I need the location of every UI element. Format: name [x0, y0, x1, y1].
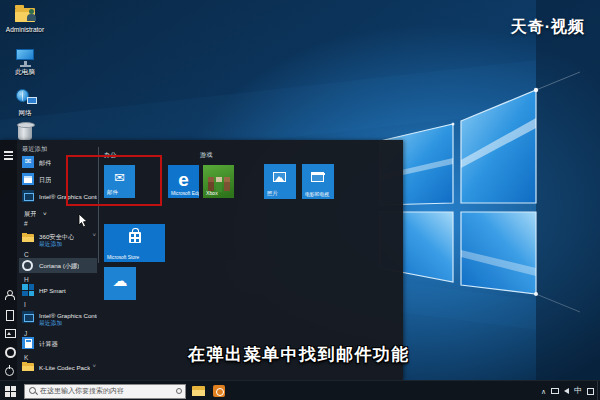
photos-icon: [273, 172, 286, 182]
intel-graphics-icon: [22, 190, 34, 202]
calculator-icon: [22, 337, 34, 349]
tile-microsoft-store[interactable]: Microsoft Store: [104, 224, 165, 262]
highlight-rectangle: [66, 155, 162, 206]
edge-icon: e: [168, 169, 199, 191]
chevron-down-icon: ˅: [43, 210, 47, 217]
chevron-down-icon[interactable]: ˅: [92, 363, 96, 369]
movies-tv-icon: [311, 172, 324, 182]
app-list-item-intel[interactable]: Intel® Graphics Control Panel 最近添加: [19, 308, 97, 328]
section-letter[interactable]: #: [24, 220, 28, 227]
settings-gear-icon[interactable]: [4, 346, 14, 356]
store-bag-icon: [129, 232, 141, 243]
tile-movies-tv[interactable]: 电影和电视: [302, 164, 334, 199]
watermark: 天奇·视频: [511, 17, 585, 38]
mic-icon[interactable]: [176, 388, 182, 394]
calendar-icon: [22, 173, 34, 185]
tile-onedrive[interactable]: ☁: [104, 267, 136, 300]
screen: 天奇·视频 Administrator 此电脑 网络 回收站 最近添加 ✉: [0, 0, 600, 400]
system-tray: ∧ 中: [541, 381, 594, 400]
app-list-item-360[interactable]: 360安全中心 最近添加 ˅: [19, 229, 97, 249]
power-icon[interactable]: [4, 365, 14, 375]
start-menu-rail: [0, 140, 17, 380]
pinned-app-icon[interactable]: [213, 385, 225, 397]
app-list-item-calculator[interactable]: 计算器: [19, 336, 97, 351]
desktop-icon-network[interactable]: 网络: [2, 88, 48, 118]
user-folder-icon: [13, 5, 37, 25]
desktop-icon-user-folder[interactable]: Administrator: [2, 5, 48, 33]
tile-microsoft-edge[interactable]: e Microsoft Edge: [168, 165, 199, 198]
file-explorer-icon[interactable]: [192, 386, 205, 396]
desktop-icon-label: Administrator: [2, 26, 48, 33]
folder-icon: [22, 232, 34, 244]
intel-graphics-icon: [22, 311, 34, 323]
minecraft-art: [208, 177, 214, 191]
mail-icon: ✉: [22, 156, 34, 168]
action-center-icon[interactable]: [587, 388, 594, 395]
folder-icon: [22, 361, 34, 373]
tray-volume-icon[interactable]: [564, 388, 569, 394]
start-button[interactable]: [5, 386, 16, 397]
network-icon: [13, 88, 37, 108]
cortana-icon: [22, 259, 34, 271]
hamburger-menu-icon[interactable]: [4, 151, 14, 161]
search-placeholder-text: 在这里输入你要搜索的内容: [40, 386, 176, 396]
desktop-icon-this-pc[interactable]: 此电脑: [2, 47, 48, 77]
video-subtitle: 在弹出菜单中找到邮件功能: [188, 343, 410, 366]
tile-photos[interactable]: 照片: [264, 164, 296, 199]
computer-icon: [13, 47, 37, 67]
section-letter[interactable]: C: [24, 251, 29, 258]
tray-ime-indicator[interactable]: 中: [574, 387, 582, 395]
pictures-icon[interactable]: [4, 328, 14, 338]
recycle-bin-icon: [13, 122, 37, 142]
tray-chevron-up-icon[interactable]: ∧: [541, 388, 546, 395]
hp-smart-icon: [22, 284, 34, 296]
recently-added-header: 最近添加: [22, 145, 47, 154]
taskbar: 在这里输入你要搜索的内容 ∧ 中: [0, 380, 600, 400]
taskbar-search-box[interactable]: 在这里输入你要搜索的内容: [24, 384, 186, 399]
onedrive-cloud-icon: ☁: [104, 271, 136, 291]
desktop-icon-label: 此电脑: [2, 68, 48, 77]
search-icon: [29, 387, 37, 395]
documents-icon[interactable]: [4, 310, 14, 320]
tile-group-title[interactable]: 游戏: [200, 151, 212, 160]
app-list-item-klite[interactable]: K-Lite Codec Pack ˅: [19, 360, 97, 375]
app-list-item-cortana[interactable]: Cortana (小娜): [19, 258, 97, 273]
section-letter[interactable]: I: [24, 301, 26, 308]
mouse-cursor: [78, 214, 88, 228]
section-letter[interactable]: H: [24, 276, 29, 283]
desktop-icon-label: 网络: [2, 109, 48, 118]
chevron-down-icon[interactable]: ˅: [92, 232, 96, 238]
tray-display-icon[interactable]: [551, 388, 559, 394]
user-account-icon[interactable]: [4, 290, 14, 300]
tile-xbox[interactable]: Xbox: [203, 165, 234, 198]
app-list-item-hp-smart[interactable]: HP Smart: [19, 283, 97, 298]
